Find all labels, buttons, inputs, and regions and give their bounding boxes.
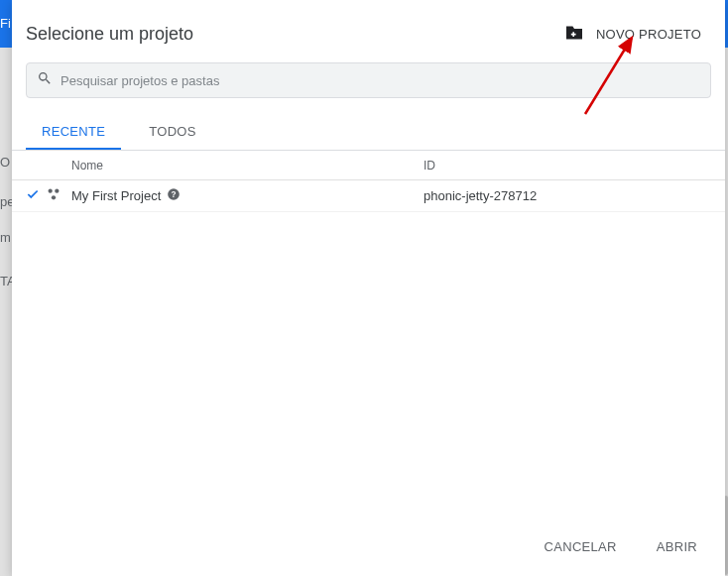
project-table: Nome ID My First Project ? pho: [12, 151, 725, 518]
project-picker-dialog: Selecione um projeto NOVO PROJETO RECENT…: [12, 0, 725, 576]
search-input[interactable]: [61, 73, 700, 88]
new-project-button[interactable]: NOVO PROJETO: [564, 25, 701, 44]
header-id: ID: [424, 159, 711, 173]
tabs: RECENTE TODOS: [12, 114, 725, 151]
project-id: phonic-jetty-278712: [424, 188, 711, 203]
project-icon: [46, 186, 61, 205]
new-project-label: NOVO PROJETO: [596, 27, 701, 42]
bg-fragment: O: [0, 155, 10, 170]
check-icon: [26, 187, 40, 204]
tab-recent[interactable]: RECENTE: [26, 114, 121, 150]
header-name: Nome: [71, 159, 424, 173]
svg-point-0: [49, 189, 53, 193]
open-button[interactable]: ABRIR: [649, 533, 705, 560]
search-field[interactable]: [26, 62, 711, 98]
tab-all[interactable]: TODOS: [133, 114, 212, 150]
new-folder-icon: [564, 25, 584, 44]
bg-fragment: Fi: [0, 16, 11, 31]
svg-point-2: [52, 195, 56, 199]
dialog-header: Selecione um projeto NOVO PROJETO: [12, 0, 725, 62]
help-icon[interactable]: ?: [167, 187, 181, 204]
table-header: Nome ID: [12, 151, 725, 180]
dialog-title: Selecione um projeto: [26, 24, 193, 45]
project-name: My First Project: [71, 188, 161, 203]
search-container: [12, 62, 725, 114]
table-row[interactable]: My First Project ? phonic-jetty-278712: [12, 180, 725, 212]
bg-fragment: m: [0, 230, 11, 245]
cancel-button[interactable]: CANCELAR: [537, 533, 625, 560]
svg-text:?: ?: [172, 190, 177, 199]
search-icon: [37, 70, 53, 90]
dialog-footer: CANCELAR ABRIR: [12, 518, 725, 576]
svg-point-1: [55, 189, 59, 193]
